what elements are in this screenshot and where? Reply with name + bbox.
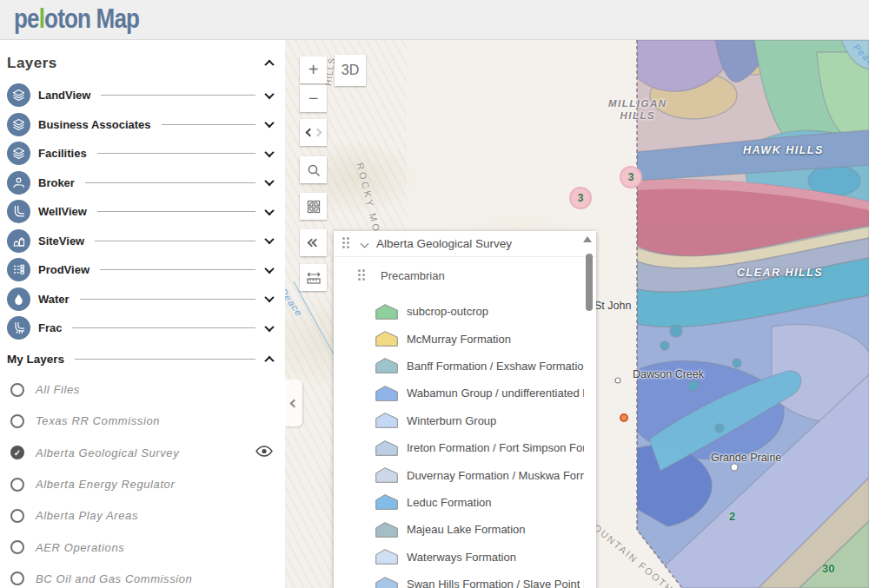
legend-item[interactable]: McMurray Formation	[334, 325, 596, 352]
chevron-down-icon[interactable]	[264, 322, 274, 332]
3d-toggle-button[interactable]: 3D	[335, 55, 366, 86]
divider	[80, 299, 255, 300]
legend-item[interactable]: Swan Hills Formation / Slave Point For	[334, 571, 596, 588]
scrollbar-thumb[interactable]	[586, 254, 593, 311]
sidebar-item-aer-operations[interactable]: AER Operations	[0, 532, 285, 563]
divider	[97, 153, 255, 154]
sidebar-item-business-associates[interactable]: Business Associates	[0, 110, 285, 140]
radio-unchecked-icon[interactable]	[10, 478, 24, 492]
measure-button[interactable]	[300, 264, 327, 291]
polygon-swatch-icon	[375, 331, 398, 347]
legend-item[interactable]: Duvernay Formation / Muskwa Format	[334, 461, 596, 488]
back-arrow-icon[interactable]	[305, 129, 314, 137]
legend-item[interactable]: Wabamun Group / undifferentiated D	[334, 380, 596, 406]
my-layer-label: All Files	[36, 383, 80, 396]
divider	[100, 269, 255, 270]
cluster-marker[interactable]: 3	[569, 187, 592, 209]
polygon-swatch-icon	[375, 494, 398, 510]
chevron-down-icon[interactable]	[264, 235, 274, 244]
my-layer-label: Alberta Energy Regulator	[36, 478, 175, 491]
logo-text: pe	[14, 3, 39, 34]
polygon-swatch-icon	[375, 577, 398, 588]
sidebar-item-alberta-energy-regulator[interactable]: Alberta Energy Regulator	[0, 468, 285, 499]
search-icon	[307, 163, 321, 177]
chevron-down-icon[interactable]	[264, 176, 274, 186]
zone-count-label: 30	[822, 562, 834, 575]
radio-unchecked-icon[interactable]	[10, 383, 24, 397]
map-canvas[interactable]: MILLIGANHILLS HAWK HILLS CLEAR HILLS St …	[285, 40, 869, 588]
radio-unchecked-icon[interactable]	[10, 414, 24, 428]
sidebar-item-broker[interactable]: Broker	[0, 168, 285, 198]
sidebar-item-alberta-play-areas[interactable]: Alberta Play Areas	[0, 500, 285, 532]
my-layer-label: Texas RR Commission	[36, 414, 160, 427]
cluster-marker[interactable]: 3	[620, 166, 642, 188]
sidebar-collapse-tab[interactable]	[285, 380, 302, 426]
radio-unchecked-icon[interactable]	[10, 540, 24, 554]
zoom-in-button[interactable]: +	[300, 56, 327, 83]
logo-text: Map	[96, 3, 140, 34]
polygon-swatch-icon	[375, 549, 398, 565]
my-layer-label: BC Oil and Gas Commission	[36, 572, 192, 585]
sidebar-item-all-files[interactable]: All Files	[0, 374, 285, 406]
logo-text: oton	[44, 3, 90, 34]
chevron-down-icon[interactable]	[264, 89, 274, 99]
legend-item[interactable]: Majeau Lake Formation	[334, 516, 596, 543]
broker-icon	[7, 171, 30, 195]
divider	[97, 211, 255, 212]
legend-item[interactable]: Ireton Formation / Fort Simpson Form	[334, 434, 596, 461]
chevron-down-icon[interactable]	[264, 148, 274, 157]
sidebar-item-facilities[interactable]: Facilities	[0, 139, 285, 168]
app-header: peloton Map	[0, 0, 869, 40]
layers-icon	[7, 83, 30, 107]
sidebar-item-texas-rr-commission[interactable]: Texas RR Commission	[0, 406, 285, 437]
legend-item[interactable]: Banff Formation / Exshaw Formation	[334, 353, 596, 380]
polygon-swatch-icon	[375, 358, 398, 373]
layer-group-row[interactable]: Precambrian	[334, 261, 596, 290]
layer-label: Water	[38, 293, 70, 306]
layer-label: Frac	[38, 321, 62, 334]
my-layer-label: Alberta Play Areas	[36, 509, 138, 522]
zoom-out-button[interactable]: −	[300, 85, 327, 112]
sidebar-item-frac[interactable]: Frac	[0, 314, 285, 343]
alberta-geological-survey-panel[interactable]: Alberta Geological Survey Precambrian su…	[334, 231, 596, 588]
chevron-down-icon[interactable]	[264, 264, 274, 274]
chevron-down-icon[interactable]	[264, 206, 274, 215]
legend-item[interactable]: Leduc Formation	[334, 489, 596, 516]
sidebar-item-siteview[interactable]: SiteView	[0, 227, 285, 256]
sidebar-item-bc-oil-and-gas-commission[interactable]: BC Oil and Gas Commission	[0, 563, 285, 588]
sidebar-item-wellview[interactable]: WellView	[0, 197, 285, 227]
eye-icon[interactable]	[255, 445, 273, 460]
sidebar-item-alberta-geological-survey[interactable]: ✓ Alberta Geological Survey	[0, 437, 285, 468]
extent-navigation-button[interactable]	[300, 119, 327, 146]
radio-checked-icon[interactable]: ✓	[10, 446, 24, 459]
divider	[72, 327, 255, 328]
collapse-toolbar-button[interactable]	[300, 229, 327, 256]
chevron-down-icon[interactable]	[361, 240, 369, 248]
sidebar-item-water[interactable]: Water	[0, 285, 285, 314]
legend-item[interactable]: Waterways Formation	[334, 544, 596, 571]
drag-handle-icon[interactable]	[342, 237, 351, 250]
sidebar-item-prodview[interactable]: ProdView	[0, 255, 285, 285]
panel-header[interactable]: Alberta Geological Survey	[334, 231, 596, 257]
layers-icon	[7, 113, 30, 136]
bookmarks-button[interactable]	[300, 193, 327, 220]
polygon-swatch-icon	[375, 304, 398, 320]
group-label: Precambrian	[381, 269, 445, 282]
forward-arrow-icon	[313, 129, 322, 137]
scroll-up-icon[interactable]	[583, 236, 592, 242]
radio-unchecked-icon[interactable]	[10, 509, 24, 523]
polygon-swatch-icon	[375, 522, 398, 538]
drag-handle-icon[interactable]	[358, 269, 367, 282]
sidebar-item-landview[interactable]: LandView	[0, 81, 285, 110]
chevron-up-icon[interactable]	[264, 355, 274, 365]
chevron-down-icon[interactable]	[264, 118, 274, 128]
my-layers-header[interactable]: My Layers	[0, 345, 285, 374]
chevron-down-icon[interactable]	[264, 293, 274, 302]
layers-header[interactable]: Layers	[0, 41, 285, 81]
radio-unchecked-icon[interactable]	[10, 571, 24, 585]
chevron-up-icon[interactable]	[264, 60, 274, 69]
search-button[interactable]	[300, 156, 327, 183]
well-marker[interactable]	[620, 413, 628, 422]
legend-item[interactable]: subcrop-outcrop	[334, 298, 596, 325]
legend-item[interactable]: Winterburn Group	[334, 407, 596, 434]
